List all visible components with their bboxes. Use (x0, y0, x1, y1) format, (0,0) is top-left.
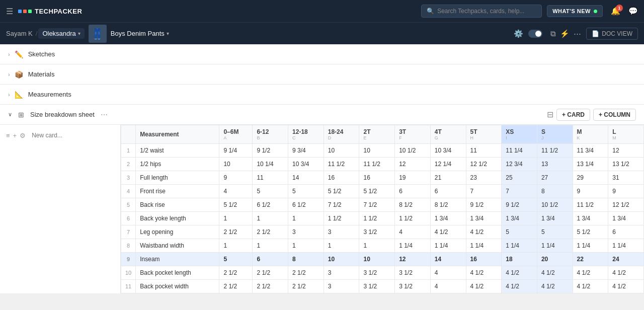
th-6-12: 6-12B (253, 125, 288, 144)
breakdown-more-icon[interactable]: ⋯ (101, 111, 108, 119)
product-chevron-icon: ▾ (167, 31, 169, 36)
measurement-value: 4 (430, 266, 466, 280)
measurement-value: 12 3/4 (502, 158, 537, 171)
user-dropdown[interactable]: Oleksandra ▾ (38, 28, 84, 39)
add-column-button[interactable]: + COLUMN (593, 109, 636, 121)
measurement-value: 4 (395, 225, 431, 239)
hamburger-icon[interactable]: ☰ (6, 7, 13, 16)
measurement-value: 27 (537, 171, 573, 185)
th-measurement: Measurement (136, 125, 219, 144)
add-row-icon[interactable]: + (13, 132, 17, 139)
table-row: 9Inseam568101012141618202224 (121, 253, 644, 266)
measurement-value: 11 (466, 144, 502, 158)
measurements-table: Measurement 0–6MA 6-12B 12-18C 18-24D 2T… (121, 125, 644, 293)
section-sketches[interactable]: › ✏️ Sketches (0, 44, 644, 64)
measurement-value: 10 3/4 (288, 158, 324, 171)
measurement-value: 4 1/2 (466, 280, 502, 293)
search-icon: 🔍 (427, 8, 434, 15)
measurement-value: 3 (324, 266, 359, 280)
measurement-value: 3 (288, 225, 324, 239)
add-card-button[interactable]: + CARD (556, 109, 590, 121)
measurement-value: 11 (253, 171, 288, 185)
measurement-value: 2 1/2 (253, 280, 288, 293)
measurement-value: 4 (219, 185, 253, 198)
doc-view-button[interactable]: 📄 DOC VIEW (586, 28, 638, 40)
table-row: 21/2 hips1010 1/410 3/411 1/211 1/21212 … (121, 158, 644, 171)
product-name-dropdown[interactable]: Boys Denim Pants ▾ (111, 30, 169, 37)
measurement-value: 6 (430, 185, 466, 198)
measurement-value: 6 1/2 (253, 198, 288, 212)
measurement-value: 1 3/4 (430, 212, 466, 225)
breakdown-collapse-icon[interactable]: ∨ (8, 111, 12, 118)
measurement-value: 14 (430, 253, 466, 266)
row-number: 2 (121, 158, 136, 171)
new-indicator-dot (594, 10, 597, 13)
table-area: ≡ + ⚙ Measurement 0–6MA (0, 125, 644, 293)
drag-handle-icon[interactable]: ≡ (6, 132, 10, 139)
measurement-label: Back pocket width (136, 280, 219, 293)
section-materials[interactable]: › 📦 Materials (0, 64, 644, 85)
measurement-label: Back yoke length (136, 212, 219, 225)
notifications-button[interactable]: 🔔 1 (608, 7, 620, 16)
measurement-value: 1 1/4 (466, 239, 502, 253)
whats-new-button[interactable]: WHAT'S NEW (547, 5, 603, 17)
measurement-value: 12 1/4 (430, 158, 466, 171)
measurement-value: 3 (324, 225, 359, 239)
sketches-icon: ✏️ (14, 50, 24, 58)
sketches-label: Sketches (28, 50, 55, 58)
row-number: 8 (121, 239, 136, 253)
search-bar[interactable]: 🔍 Search Techpacks, cards, help... (421, 5, 542, 18)
measurement-value: 1 3/4 (502, 212, 537, 225)
measurement-value: 25 (502, 171, 537, 185)
measurement-value: 1 3/4 (537, 212, 573, 225)
measurement-value: 3 (324, 280, 359, 293)
new-card-input[interactable] (29, 130, 114, 141)
measurement-value: 10 (359, 253, 395, 266)
grid-view-icon[interactable]: ⊟ (547, 110, 553, 119)
settings-row-icon[interactable]: ⚙ (20, 132, 26, 139)
section-measurements[interactable]: › 📐 Measurements (0, 85, 644, 105)
measurement-value: 5 1/2 (324, 185, 359, 198)
measurement-value: 1 (324, 239, 359, 253)
measurement-value: 5 (219, 253, 253, 266)
measurement-value: 4 (430, 280, 466, 293)
measurement-value: 8 (288, 253, 324, 266)
measurement-label: 1/2 waist (136, 144, 219, 158)
view-toggle[interactable] (528, 30, 542, 38)
measurement-value: 11 1/2 (359, 158, 395, 171)
measurement-value: 3 1/2 (359, 225, 395, 239)
measurement-value: 1 1/4 (502, 239, 537, 253)
measurement-value: 2 1/2 (288, 280, 324, 293)
mini-panel-controls: ≡ + ⚙ (4, 129, 116, 142)
materials-icon: 📦 (14, 70, 24, 79)
settings-icon[interactable]: ⚙️ (514, 29, 523, 38)
sections-content: › ✏️ Sketches › 📦 Materials › 📐 Measurem… (0, 44, 644, 310)
measurements-icon: 📐 (14, 91, 24, 99)
measurement-value: 7 (466, 185, 502, 198)
app-name: TECHPACKER (35, 8, 82, 15)
row-number: 9 (121, 253, 136, 266)
measurement-value: 12 (395, 158, 431, 171)
more-options-icon[interactable]: ⋯ (574, 29, 581, 38)
measurement-value: 18 (502, 253, 537, 266)
measurement-label: 1/2 hips (136, 158, 219, 171)
measurement-value: 9 (219, 171, 253, 185)
breakdown-header: ∨ ⊞ Size breakdown sheet ⋯ ⊟ + CARD + CO… (0, 105, 644, 125)
measurement-value: 7 1/2 (359, 198, 395, 212)
measurement-value: 3 1/2 (395, 280, 431, 293)
measurement-label: Front rise (136, 185, 219, 198)
measurement-label: Inseam (136, 253, 219, 266)
product-thumbnail-image: 👖 (91, 28, 104, 40)
row-number: 11 (121, 280, 136, 293)
copy-icon[interactable]: ⧉ (550, 29, 556, 38)
chat-icon[interactable]: 💬 (628, 7, 638, 16)
product-name-label: Boys Denim Pants (111, 30, 165, 37)
measurements-label: Measurements (28, 91, 71, 98)
measurement-value: 13 (537, 158, 573, 171)
measurement-value: 31 (608, 171, 644, 185)
row-number: 4 (121, 185, 136, 198)
filter-icon[interactable]: ⚡ (560, 29, 570, 38)
breadcrumb-user1: Sayam K (6, 30, 33, 37)
measurement-value: 4 1/2 (502, 280, 537, 293)
th-xs: XSI (502, 125, 537, 144)
